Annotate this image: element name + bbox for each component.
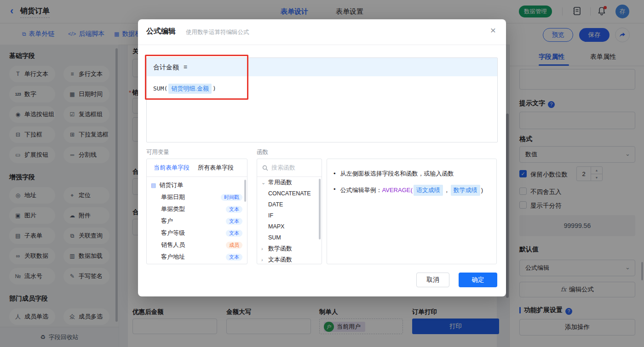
example-token: 数学成绩: [451, 185, 480, 196]
variables-tabs: 当前表单字段 所有表单字段: [147, 159, 247, 177]
functions-label: 函数: [257, 148, 268, 156]
equals-sign: =: [184, 63, 187, 71]
tab-all-form-fields[interactable]: 所有表单字段: [198, 164, 234, 172]
search-placeholder: 搜索函数: [271, 164, 295, 172]
variable-name: 销售人员: [161, 241, 185, 249]
type-badge: 成员: [226, 242, 242, 249]
cancel-button[interactable]: 取消: [416, 273, 449, 287]
tip-example-prefix: 公式编辑举例：: [340, 187, 382, 193]
chevron-right-icon: ›: [261, 246, 265, 251]
function-search-box[interactable]: 搜索函数: [257, 159, 322, 177]
function-group-common[interactable]: ⌄常用函数: [257, 177, 322, 188]
formula-edit-dialog: 公式编辑 使用数学运算符编辑公式 × 合计金额 = SUM(销货明细.金额) 可…: [138, 19, 506, 296]
functions-panel: 搜索函数 ⌄常用函数 CONCATENATE DATE IF MAPX SUM …: [257, 159, 322, 264]
variables-root-node[interactable]: ▤ 销货订单: [147, 179, 247, 191]
function-group-text[interactable]: ›文本函数: [257, 254, 322, 264]
type-badge: 文本: [226, 218, 242, 225]
average-function-text: AVERAGE(: [382, 187, 413, 193]
variable-name: 单据日期: [161, 193, 185, 201]
function-group-label: 常用函数: [268, 178, 292, 187]
dialog-title: 公式编辑: [146, 27, 176, 36]
chevron-down-icon: ⌄: [261, 180, 265, 186]
variable-row[interactable]: 销售人员成员: [147, 239, 247, 251]
variable-row[interactable]: 单据类型文本: [147, 203, 247, 215]
type-badge: 文本: [226, 230, 242, 237]
field-token[interactable]: 销货明细.金额: [168, 84, 212, 94]
function-group-math[interactable]: ›数学函数: [257, 243, 322, 254]
chevron-right-icon: ›: [261, 257, 265, 262]
formula-target-row: 合计金额 =: [147, 58, 497, 76]
formula-target: 合计金额: [153, 63, 179, 71]
variable-row[interactable]: 单据日期时间戳: [147, 191, 247, 203]
function-item[interactable]: CONCATENATE: [257, 188, 322, 199]
tab-current-form-fields[interactable]: 当前表单字段: [154, 164, 190, 172]
type-badge: 文本: [226, 254, 242, 261]
variables-panel: 当前表单字段 所有表单字段 ▤ 销货订单 单据日期时间戳 单据类型文本 客户文本…: [146, 159, 247, 264]
available-variables-label: 可用变量: [146, 148, 169, 156]
formula-expression: SUM(销货明细.金额): [153, 84, 497, 94]
tip-item: 公式编辑举例：AVERAGE(语文成绩，数学成绩): [334, 185, 496, 196]
app-window: ‹ 销货订单 表单设计 表单设置 数据管理 存 ⧉ 表单外链 </> 后端脚本 …: [0, 0, 644, 347]
search-icon: [262, 165, 268, 171]
form-doc-icon: ▤: [151, 182, 156, 188]
variable-row[interactable]: 客户文本: [147, 215, 247, 227]
divider: [138, 45, 506, 45]
formula-editor[interactable]: 合计金额 = SUM(销货明细.金额): [146, 57, 498, 142]
formula-function: SUM(: [153, 85, 167, 92]
tip-item: 从左侧面板选择字段名和函数，或输入函数: [334, 169, 496, 178]
type-badge: 文本: [226, 206, 242, 213]
variable-name: 单据类型: [161, 205, 185, 213]
comma: ，: [444, 187, 450, 193]
scrollbar-thumb[interactable]: [319, 179, 321, 239]
formula-close-paren: ): [213, 85, 216, 92]
type-badge: 时间戳: [221, 194, 242, 201]
function-group-label: 数学函数: [268, 245, 292, 253]
close-paren: ): [481, 187, 483, 193]
tip-text: 公式编辑举例：AVERAGE(语文成绩，数学成绩): [340, 185, 483, 196]
variable-name: 客户: [161, 217, 173, 225]
function-item[interactable]: SUM: [257, 232, 322, 243]
variables-root-label: 销货订单: [159, 181, 183, 189]
tips-panel: 从左侧面板选择字段名和函数，或输入函数 公式编辑举例：AVERAGE(语文成绩，…: [327, 159, 497, 264]
tips-list: 从左侧面板选择字段名和函数，或输入函数 公式编辑举例：AVERAGE(语文成绩，…: [327, 169, 496, 196]
scrollbar-thumb[interactable]: [244, 180, 246, 202]
variable-row[interactable]: 客户地址文本: [147, 251, 247, 263]
dialog-subtitle: 使用数学运算符编辑公式: [186, 28, 249, 36]
variable-name: 客户地址: [161, 253, 185, 261]
example-token: 语文成绩: [414, 185, 443, 196]
function-group-label: 文本函数: [268, 256, 292, 264]
function-item[interactable]: MAPX: [257, 221, 322, 232]
close-icon[interactable]: ×: [490, 25, 496, 36]
confirm-button[interactable]: 确定: [459, 273, 497, 287]
variable-name: 客户等级: [161, 229, 185, 237]
variable-row[interactable]: 客户等级文本: [147, 227, 247, 239]
function-item[interactable]: IF: [257, 210, 322, 221]
tip-text: 从左侧面板选择字段名和函数，或输入函数: [340, 169, 454, 178]
function-item[interactable]: DATE: [257, 199, 322, 210]
